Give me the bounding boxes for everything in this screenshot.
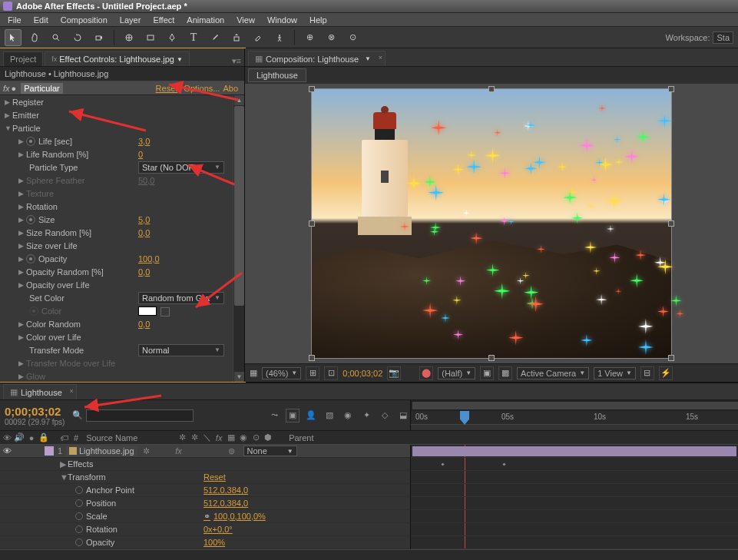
graph-editor-icon[interactable]: ⬓ xyxy=(396,409,410,422)
search-input[interactable] xyxy=(86,409,194,422)
rotate-tool[interactable] xyxy=(69,29,86,46)
resize-handle[interactable] xyxy=(668,220,674,227)
selection-tool[interactable] xyxy=(5,29,22,46)
prop-anchor[interactable]: Anchor Point512,0,384,0 xyxy=(0,484,410,497)
menu-window[interactable]: Window xyxy=(261,14,303,26)
pen-tool[interactable] xyxy=(164,29,180,46)
reset-link[interactable]: Reset xyxy=(156,84,178,93)
close-icon[interactable]: × xyxy=(70,387,74,395)
resize-handle[interactable] xyxy=(488,86,495,92)
zoom-tool[interactable] xyxy=(48,29,65,46)
effects-group[interactable]: ▶Effects xyxy=(0,458,410,471)
parent-col[interactable]: Parent xyxy=(286,433,316,442)
workspace-switcher[interactable]: Workspace: Sta xyxy=(666,31,733,44)
puppet-tool[interactable] xyxy=(271,29,288,46)
views-dropdown[interactable]: 1 View▼ xyxy=(594,367,636,379)
view-axis-icon[interactable]: ⊙ xyxy=(344,29,361,46)
transform-group[interactable]: ▼TransformReset xyxy=(0,471,410,484)
prop-scale[interactable]: Scale⚭100,0,100,0% xyxy=(0,510,410,523)
prop-particle-type[interactable]: Particle TypeStar (No DOF)▼ xyxy=(0,161,244,174)
brainstorm-icon[interactable]: ✦ xyxy=(359,409,373,422)
rect-tool[interactable] xyxy=(142,29,159,46)
comp-mini-flow-icon[interactable]: ⤳ xyxy=(267,409,281,422)
motion-blur-icon[interactable]: ◉ xyxy=(341,409,355,422)
resize-handle[interactable] xyxy=(668,86,674,92)
menu-edit[interactable]: Edit xyxy=(28,14,55,26)
zoom-dropdown[interactable]: (46%)▼ xyxy=(262,367,301,379)
layer-name[interactable]: Lighthouse.jpg xyxy=(66,446,137,456)
dropdown-icon[interactable]: ▼ xyxy=(365,55,371,62)
current-time[interactable]: 0;00;03;02 00092 (29.97 fps) xyxy=(0,403,69,428)
prop-color-over-life[interactable]: ▶Color over Life xyxy=(0,330,244,343)
scroll-down-icon[interactable]: ▼ xyxy=(234,372,244,382)
resize-handle[interactable] xyxy=(488,355,495,361)
prop-particle[interactable]: ▼Particle xyxy=(0,121,244,134)
brush-tool[interactable] xyxy=(207,29,223,46)
frame-blend-icon[interactable]: ▧ xyxy=(323,409,336,422)
prop-emitter[interactable]: ▶Emitter xyxy=(0,108,244,121)
prop-color-random[interactable]: ▶Color Random0,0 xyxy=(0,317,244,330)
res-full-icon[interactable]: ⊞ xyxy=(306,366,319,380)
snapshot-icon[interactable]: 📷 xyxy=(387,366,401,380)
menu-layer[interactable]: Layer xyxy=(114,14,147,26)
grid-icon[interactable]: ▦ xyxy=(250,368,257,378)
comp-canvas[interactable] xyxy=(311,88,672,359)
timeline-tracks[interactable] xyxy=(411,445,738,549)
world-axis-icon[interactable]: ⊗ xyxy=(323,29,339,46)
scroll-up-icon[interactable]: ▲ xyxy=(234,95,244,105)
effect-controls-tab[interactable]: fx Effect Controls: Lighthouse.jpg ▼ xyxy=(45,51,190,66)
camera-dropdown[interactable]: Active Camera▼ xyxy=(517,367,589,379)
hand-tool[interactable] xyxy=(26,29,43,46)
prop-size[interactable]: ▶Size5,0 xyxy=(0,213,244,226)
timeline-scrollbar[interactable] xyxy=(0,549,738,560)
lock-col-icon[interactable]: 🔒 xyxy=(38,432,49,442)
audio-col-icon[interactable]: 🔊 xyxy=(14,432,25,442)
fast-preview-icon[interactable]: ⚡ xyxy=(659,366,673,380)
visibility-toggle[interactable]: 👁 xyxy=(2,446,12,456)
scrollbar[interactable]: ▲ ▼ xyxy=(233,95,244,382)
work-area-bar[interactable] xyxy=(411,400,738,411)
panel-menu-icon[interactable]: ▾≡ xyxy=(232,56,241,66)
menu-help[interactable]: Help xyxy=(303,14,333,26)
time-ruler[interactable]: 00s 05s 10s 15s xyxy=(411,411,738,425)
res-half-icon[interactable]: ⊡ xyxy=(324,366,338,380)
menu-composition[interactable]: Composition xyxy=(55,14,114,26)
scroll-thumb[interactable] xyxy=(234,106,244,306)
prop-register[interactable]: ▶Register xyxy=(0,95,244,108)
menu-file[interactable]: File xyxy=(2,14,28,26)
menu-animation[interactable]: Animation xyxy=(180,14,230,26)
hide-shy-icon[interactable]: 👤 xyxy=(304,409,318,422)
effect-name[interactable]: Particular xyxy=(21,83,62,94)
playhead[interactable] xyxy=(460,411,469,425)
auto-keyframe-icon[interactable]: ◇ xyxy=(378,409,392,422)
timeline-tab[interactable]: ▦ Lighthouse × xyxy=(3,384,77,399)
prop-size-random[interactable]: ▶Size Random [%]0,0 xyxy=(0,226,244,239)
text-tool[interactable]: T xyxy=(185,29,202,46)
clone-tool[interactable] xyxy=(228,29,245,46)
parent-dropdown[interactable]: None▼ xyxy=(243,446,297,456)
prop-set-color[interactable]: Set ColorRandom from Gra▼ xyxy=(0,291,244,304)
source-name-col[interactable]: Source Name xyxy=(83,433,175,442)
pickwhip-icon[interactable]: ⊚ xyxy=(227,446,237,456)
label-col-icon[interactable]: 🏷 xyxy=(58,433,69,442)
project-tab[interactable]: Project xyxy=(3,51,43,66)
pixel-aspect-icon[interactable]: ⊟ xyxy=(640,366,654,380)
prop-size-over-life[interactable]: ▶Size over Life xyxy=(0,239,244,252)
transparency-icon[interactable]: ▩ xyxy=(498,366,512,380)
label-color[interactable] xyxy=(45,446,54,456)
channel-icon[interactable]: ⬤ xyxy=(419,366,433,380)
prop-life[interactable]: ▶Life [sec]3,0 xyxy=(0,134,244,147)
resize-handle[interactable] xyxy=(668,355,674,361)
prop-position[interactable]: Position512,0,384,0 xyxy=(0,497,410,510)
layer-bar[interactable] xyxy=(412,446,736,456)
composition-tab[interactable]: ▦ Composition: Lighthouse ▼ × xyxy=(248,51,386,66)
dropdown-icon[interactable]: ▼ xyxy=(177,56,183,63)
prop-opacity-random[interactable]: ▶Opacity Random [%]0,0 xyxy=(0,265,244,278)
timecode-display[interactable]: 0;00;03;02 xyxy=(343,369,382,378)
draft3d-icon[interactable]: ▣ xyxy=(286,409,300,422)
prop-opacity[interactable]: Opacity100% xyxy=(0,536,410,549)
roi-icon[interactable]: ▣ xyxy=(480,366,494,380)
camera-tool[interactable] xyxy=(91,29,108,46)
prop-opacity[interactable]: ▶Opacity100,0 xyxy=(0,252,244,265)
menu-effect[interactable]: Effect xyxy=(147,14,180,26)
